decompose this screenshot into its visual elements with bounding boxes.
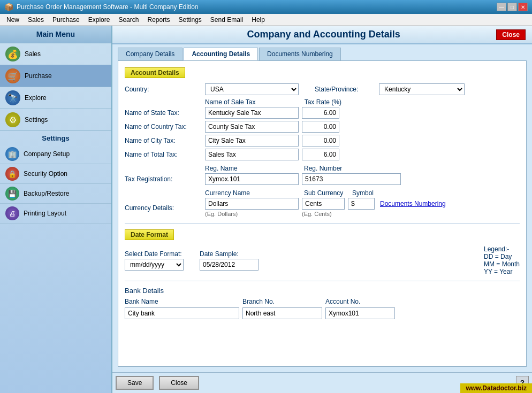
state-tax-rate-input[interactable] [302, 107, 339, 119]
settings-icon: ⚙ [5, 112, 20, 127]
sidebar-item-sales[interactable]: 💰 Sales [0, 43, 111, 65]
country-tax-rate-input[interactable] [302, 121, 339, 133]
country-state-row: Country: USA Canada UK State/Province: K… [125, 83, 520, 95]
sidebar-item-backup[interactable]: 💾 Backup/Restore [0, 184, 111, 204]
legend-title: Legend:- [484, 245, 509, 253]
menu-item-send-email[interactable]: Send Email [206, 15, 247, 25]
save-button[interactable]: Save [116, 376, 154, 390]
date-sample-group: Date Sample: [200, 250, 259, 271]
country-select[interactable]: USA Canada UK [205, 83, 299, 95]
menu-item-help[interactable]: Help [247, 15, 269, 25]
currency-sub-input[interactable] [302, 198, 345, 210]
sidebar-label-security: Security Option [24, 170, 67, 178]
country-tax-label: Name of Country Tax: [125, 123, 205, 130]
tab-documents-numbering[interactable]: Documents Numbering [259, 48, 341, 60]
sidebar-item-settings[interactable]: ⚙ Settings [0, 109, 111, 131]
content-header: Company and Accounting Details Close [112, 26, 532, 44]
bank-header-row: Bank Name Branch No. Account No. [125, 298, 520, 305]
total-tax-label: Name of Total Tax: [125, 151, 205, 158]
currency-name-hint: (Eg. Dollars) [205, 211, 299, 217]
legend-group: Legend:- DD = Day MM = Month YY = Year [484, 245, 520, 275]
currency-details-row: Currency Details: Documents Numbering (E… [125, 198, 520, 218]
tab-accounting-details[interactable]: Accounting Details [184, 48, 258, 60]
sidebar-item-explore[interactable]: 🔭 Explore [0, 87, 111, 109]
date-sample-input[interactable] [200, 259, 259, 271]
sidebar-main-title: Main Menu [0, 26, 111, 43]
country-tax-name-input[interactable] [205, 121, 299, 133]
date-select-label: Select Date Format: [125, 250, 184, 258]
state-tax-name-input[interactable] [205, 107, 299, 119]
tax-row-country: Name of Country Tax: [125, 121, 520, 133]
currency-symbol-input[interactable] [348, 198, 375, 210]
total-tax-name-input[interactable] [205, 149, 299, 160]
currency-name-header: Currency Name [205, 189, 304, 197]
titlebar-close-button[interactable]: ✕ [518, 3, 528, 11]
separator-2 [125, 281, 520, 281]
tab-company-details[interactable]: Company Details [118, 48, 183, 60]
city-tax-name-input[interactable] [205, 135, 299, 147]
tax-row-city: Name of City Tax: [125, 135, 520, 147]
menu-item-new[interactable]: New [2, 15, 24, 25]
menu-item-reports[interactable]: Reports [143, 15, 174, 25]
date-format-select[interactable]: mm/dd/yyyy dd/mm/yyyy yyyy/mm/dd [125, 259, 184, 271]
date-format-row: Select Date Format: mm/dd/yyyy dd/mm/yyy… [125, 245, 520, 275]
title-bar: 📦 Purchase Order Management Software - M… [0, 0, 532, 14]
bottom-close-button[interactable]: Close [159, 376, 199, 390]
bank-name-input[interactable] [125, 307, 239, 319]
header-close-button[interactable]: Close [496, 29, 526, 40]
date-format-header: Date Format [125, 229, 174, 240]
sidebar-item-company-setup[interactable]: 🏢 Company Setup [0, 144, 111, 164]
page-title: Company and Accounting Details [151, 29, 496, 40]
minimize-button[interactable]: — [497, 3, 506, 11]
state-label: State/Province: [315, 86, 379, 93]
legend-dd: DD = Day [484, 253, 520, 260]
title-bar-controls[interactable]: — □ ✕ [497, 3, 528, 11]
separator-1 [125, 224, 520, 224]
content-area: Company and Accounting Details Close Com… [112, 26, 532, 393]
bank-details-section: Bank Details Bank Name Branch No. Accoun… [125, 287, 520, 319]
main-panel: Account Details Country: USA Canada UK S… [118, 60, 527, 367]
reg-headers: Reg. Name Reg. Number [205, 165, 520, 172]
menu-item-purchase[interactable]: Purchase [48, 15, 84, 25]
menu-item-sales[interactable]: Sales [24, 15, 48, 25]
date-sample-label: Date Sample: [200, 250, 259, 258]
total-tax-rate-input[interactable] [302, 149, 339, 160]
bank-branch-input[interactable] [242, 307, 322, 319]
app-title: Purchase Order Management Software - Mul… [17, 3, 199, 11]
reg-number-input[interactable] [302, 173, 401, 185]
sales-icon: 💰 [5, 47, 20, 61]
maximize-button[interactable]: □ [507, 3, 517, 11]
currency-label: Currency Details: [125, 204, 205, 212]
tax-rate-header: Tax Rate (%) [304, 98, 347, 106]
sidebar-item-printing[interactable]: 🖨 Printing Layout [0, 204, 111, 224]
sidebar-label-company-setup: Company Setup [24, 150, 70, 158]
bank-account-input[interactable] [325, 307, 395, 319]
menu-item-settings[interactable]: Settings [174, 15, 206, 25]
reg-name-header: Reg. Name [205, 165, 304, 172]
currency-name-input[interactable] [205, 198, 299, 210]
sidebar-label-settings: Settings [25, 116, 48, 124]
tax-row-total: Name of Total Tax: [125, 149, 520, 160]
sidebar-label-sales: Sales [25, 50, 41, 58]
sidebar-item-security[interactable]: 🔒 Security Option [0, 164, 111, 184]
tab-bar: Company Details Accounting Details Docum… [112, 44, 532, 60]
currency-values-row: Documents Numbering [205, 198, 446, 210]
sidebar-item-purchase[interactable]: 🛒 Purchase [0, 65, 111, 87]
tax-row-state: Name of State Tax: [125, 107, 520, 119]
currency-headers: Currency Name Sub Currency Symbol [205, 189, 520, 197]
currency-sub-header: Sub Currency [304, 189, 352, 197]
documents-numbering-link[interactable]: Documents Numbering [380, 200, 446, 207]
city-tax-label: Name of City Tax: [125, 137, 205, 144]
city-tax-rate-input[interactable] [302, 135, 339, 147]
legend-mm: MM = Month [484, 260, 520, 268]
state-select[interactable]: Kentucky California Texas [379, 83, 465, 95]
tax-name-header: Name of Sale Tax [205, 98, 304, 106]
menu-item-explore[interactable]: Explore [84, 15, 115, 25]
title-bar-left: 📦 Purchase Order Management Software - M… [4, 3, 199, 11]
company-setup-icon: 🏢 [5, 147, 19, 161]
reg-name-input[interactable] [205, 173, 299, 185]
tax-reg-label: Tax Registration: [125, 175, 205, 183]
sidebar-label-printing: Printing Layout [24, 210, 66, 217]
menu-item-search[interactable]: Search [114, 15, 143, 25]
currency-sub-hint: (Eg. Cents) [302, 211, 345, 217]
